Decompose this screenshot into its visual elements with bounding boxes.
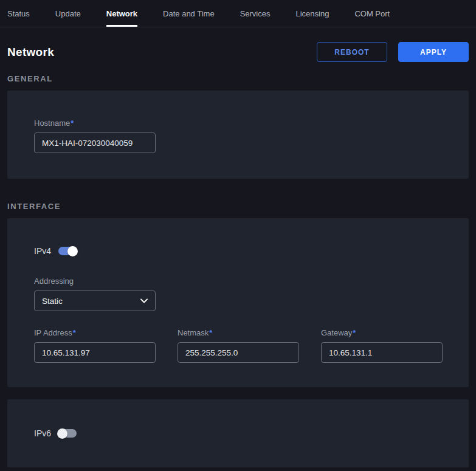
tab-label: Services (240, 9, 271, 18)
ipv6-toggle-row: IPv6 (34, 428, 442, 438)
gateway-input[interactable] (321, 342, 443, 363)
gateway-label-text: Gateway (321, 328, 352, 337)
header-actions: REBOOT APPLY (317, 42, 469, 62)
required-marker: * (353, 328, 356, 337)
general-section-heading: GENERAL (7, 74, 469, 83)
tab-label: Update (55, 9, 81, 18)
addressing-selected-value: Static (42, 297, 63, 306)
netmask-input[interactable] (178, 342, 299, 363)
addressing-label: Addressing (34, 277, 442, 286)
ipv4-toggle-row: IPv4 (34, 246, 442, 256)
tab-label: COM Port (354, 9, 390, 18)
netmask-label: Netmask* (178, 328, 299, 337)
tab-status[interactable]: Status (7, 0, 30, 27)
addressing-field: Addressing Static (34, 277, 442, 311)
toggle-knob (67, 246, 78, 256)
chevron-down-icon (140, 298, 148, 303)
ip-address-field: IP Address* (34, 328, 156, 363)
general-card: Hostname* (7, 91, 469, 179)
hostname-field: Hostname* (34, 119, 442, 153)
ipv6-card: IPv6 (7, 399, 469, 467)
reboot-button[interactable]: REBOOT (317, 42, 387, 62)
tab-licensing[interactable]: Licensing (295, 0, 329, 27)
tab-label: Status (7, 9, 30, 18)
netmask-field: Netmask* (178, 328, 299, 363)
netmask-label-text: Netmask (178, 328, 209, 337)
hostname-label: Hostname* (34, 119, 442, 128)
ip-address-label: IP Address* (34, 328, 156, 337)
tab-label: Network (106, 9, 137, 18)
ip-fields-row: IP Address* Netmask* Gateway* (34, 328, 442, 363)
tab-label: Licensing (295, 9, 329, 18)
gateway-field: Gateway* (321, 328, 443, 363)
hostname-label-text: Hostname (34, 119, 70, 128)
ipv6-toggle[interactable] (58, 429, 77, 438)
page-title: Network (7, 46, 54, 59)
ipv4-card: IPv4 Addressing Static IP Address* Netma… (7, 218, 469, 387)
addressing-select[interactable]: Static (34, 291, 156, 311)
tab-network[interactable]: Network (106, 0, 137, 27)
apply-button[interactable]: APPLY (398, 42, 469, 62)
ip-address-label-text: IP Address (34, 328, 72, 337)
required-marker: * (209, 328, 212, 337)
interface-section-heading: INTERFACE (7, 202, 469, 211)
gateway-label: Gateway* (321, 328, 443, 337)
ipv6-label: IPv6 (34, 428, 51, 438)
required-marker: * (71, 119, 74, 128)
ip-address-input[interactable] (34, 342, 156, 363)
ipv4-toggle[interactable] (58, 247, 77, 255)
top-nav: Status Update Network Date and Time Serv… (0, 0, 476, 27)
tab-date-and-time[interactable]: Date and Time (163, 0, 215, 27)
tab-services[interactable]: Services (240, 0, 271, 27)
ipv4-label: IPv4 (34, 246, 51, 256)
tab-update[interactable]: Update (55, 0, 81, 27)
tab-label: Date and Time (163, 9, 215, 18)
required-marker: * (73, 328, 76, 337)
page-header: Network REBOOT APPLY (0, 27, 476, 72)
toggle-knob (57, 428, 67, 439)
hostname-input[interactable] (34, 132, 156, 153)
tab-com-port[interactable]: COM Port (354, 0, 390, 27)
